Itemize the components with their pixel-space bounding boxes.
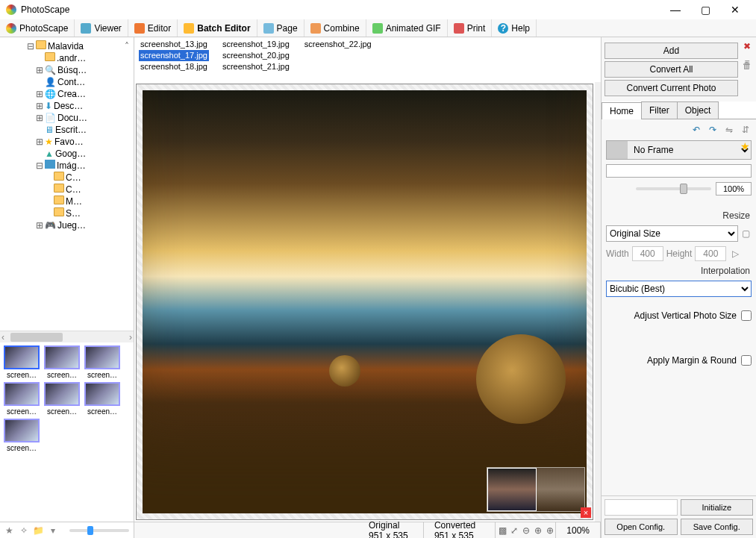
tab-filter[interactable]: Filter xyxy=(641,101,678,119)
thumbnail[interactable]: screen… xyxy=(43,345,81,379)
maximize-button[interactable]: ▢ xyxy=(690,1,720,18)
blank-button[interactable] xyxy=(605,499,678,516)
open-config-button[interactable]: Open Config. xyxy=(605,519,678,535)
tree-label: Cont… xyxy=(57,76,85,88)
tree-row[interactable]: ▲Goog… xyxy=(0,148,132,160)
tree-row[interactable]: ⊞★Favo… xyxy=(0,136,132,148)
tree-row[interactable]: ⊞⬇Desc… xyxy=(0,100,132,112)
tree-row[interactable]: ⊞🌐Crea… xyxy=(0,88,132,100)
navigator-thumb[interactable] xyxy=(487,467,585,512)
tree-scrollbar[interactable]: ‹› xyxy=(0,331,134,342)
thumbnail[interactable]: screen… xyxy=(84,382,121,416)
tree-twistie[interactable]: ⊞ xyxy=(36,219,43,231)
adjust-vertical-checkbox[interactable] xyxy=(741,310,752,321)
toolbar-batch[interactable]: Batch Editor xyxy=(178,19,257,37)
redo-icon[interactable]: ↷ xyxy=(707,124,719,136)
trash-icon[interactable]: 🗑 xyxy=(741,60,753,72)
star-icon[interactable]: ★ xyxy=(4,525,14,536)
tree-row[interactable]: 👤Cont… xyxy=(0,76,132,88)
flip-v-icon[interactable]: ⇵ xyxy=(740,124,752,136)
toolbar-viewer[interactable]: Viewer xyxy=(75,19,128,37)
thumbnail[interactable]: screen… xyxy=(84,345,121,379)
folder-tree[interactable]: ⊟Malavida˄.andr…⊞🔍Búsq…👤Cont…⊞🌐Crea…⊞⬇De… xyxy=(0,37,134,331)
frame-opacity-slider[interactable] xyxy=(636,187,711,190)
toolbar-page[interactable]: Page xyxy=(257,19,304,37)
canvas-area[interactable]: × xyxy=(136,84,593,520)
close-preview-icon[interactable]: × xyxy=(581,507,591,518)
width-input[interactable] xyxy=(632,246,663,261)
tree-row[interactable]: C… xyxy=(0,172,132,184)
save-config-button[interactable]: Save Config. xyxy=(681,519,754,535)
thumbnail[interactable]: screen… xyxy=(3,382,40,416)
folder-icon[interactable]: 📁 xyxy=(33,525,43,536)
tree-twistie[interactable]: ⊞ xyxy=(36,88,43,100)
tree-twistie[interactable]: ⊞ xyxy=(36,64,43,76)
zoom-in-icon[interactable]: ⊕ xyxy=(543,525,555,536)
resize-lock-icon[interactable]: ▢ xyxy=(741,228,752,240)
frame-dropdown[interactable]: No Frame xyxy=(628,141,751,159)
tree-icon xyxy=(36,40,46,52)
file-item[interactable]: screenshot_21.jpg xyxy=(221,61,291,72)
tree-row[interactable]: 🖥Escrit… xyxy=(0,124,132,136)
zoom-fit-icon[interactable]: ⤢ xyxy=(507,525,519,536)
tree-row[interactable]: S… xyxy=(0,207,132,219)
resize-mode-select[interactable]: Original Size xyxy=(606,225,738,242)
tree-row[interactable]: ⊟Imág… xyxy=(0,160,132,172)
file-item[interactable]: screenshot_19.jpg xyxy=(221,39,291,50)
tree-twistie[interactable]: ⊞ xyxy=(36,136,43,148)
file-list[interactable]: screenshot_13.jpgscreenshot_17.jpgscreen… xyxy=(134,37,601,82)
tree-row[interactable]: M… xyxy=(0,196,132,207)
file-item[interactable]: screenshot_22.jpg xyxy=(303,39,373,50)
minimize-button[interactable]: — xyxy=(660,1,690,18)
zoom-actual-icon[interactable]: ⊕ xyxy=(531,525,543,536)
toolbar-photoscape[interactable]: PhotoScape xyxy=(0,19,75,37)
toolbar-help[interactable]: ?Help xyxy=(492,19,537,37)
tree-row[interactable]: .andr… xyxy=(0,52,132,64)
wand-icon[interactable]: ✧ xyxy=(19,525,28,536)
file-item[interactable]: screenshot_17.jpg xyxy=(139,50,209,61)
tree-row[interactable]: C… xyxy=(0,184,132,196)
zoom-out-icon[interactable]: ⊖ xyxy=(519,525,531,536)
toolbar-print[interactable]: Print xyxy=(448,19,493,37)
tab-home[interactable]: Home xyxy=(602,102,642,119)
convert-current-button[interactable]: Convert Current Photo xyxy=(605,80,738,96)
thumbnail[interactable]: screen… xyxy=(3,419,40,452)
tree-twistie[interactable]: ⊟ xyxy=(27,40,34,52)
close-button[interactable]: ✕ xyxy=(720,1,750,18)
frame-select[interactable]: No Frame xyxy=(606,140,752,160)
toolbar-editor[interactable]: Editor xyxy=(128,19,178,37)
tree-row[interactable]: ⊞📄Docu… xyxy=(0,112,132,124)
right-tabs: HomeFilterObject xyxy=(602,101,756,119)
aspect-icon[interactable]: ▷ xyxy=(729,248,741,260)
height-input[interactable] xyxy=(695,246,726,261)
tree-twistie[interactable]: ⊞ xyxy=(36,112,43,124)
file-item[interactable]: screenshot_20.jpg xyxy=(221,50,291,61)
chevron-down-icon[interactable]: ▾ xyxy=(48,525,57,536)
undo-icon[interactable]: ↶ xyxy=(690,124,702,136)
canvas-vscroll[interactable] xyxy=(595,82,601,522)
thumbnail-grid[interactable]: screen…screen…screen…screen…screen…scree… xyxy=(0,342,134,522)
tree-row[interactable]: ⊞🔍Búsq… xyxy=(0,64,132,76)
crop-icon[interactable]: ▩ xyxy=(496,525,507,536)
tree-twistie[interactable]: ⊞ xyxy=(36,100,43,112)
toolbar-gif[interactable]: Animated GIF xyxy=(366,19,448,37)
thumbnail[interactable]: screen… xyxy=(43,382,81,416)
convert-all-button[interactable]: Convert All xyxy=(605,61,738,78)
apply-margin-checkbox[interactable] xyxy=(741,355,752,366)
interpolation-select[interactable]: Bicubic (Best) xyxy=(606,281,752,297)
favorite-frame-icon[interactable]: ★ xyxy=(740,140,750,152)
initialize-button[interactable]: Initialize xyxy=(681,499,754,516)
flip-h-icon[interactable]: ⇋ xyxy=(723,124,735,136)
remove-icon[interactable]: ✖ xyxy=(741,40,753,52)
thumb-size-slider[interactable] xyxy=(69,529,129,532)
tree-twistie[interactable]: ⊟ xyxy=(36,160,43,172)
file-item[interactable]: screenshot_18.jpg xyxy=(139,61,209,72)
thumbnail[interactable]: screen… xyxy=(3,345,40,379)
add-button[interactable]: Add xyxy=(605,43,738,59)
tree-caret[interactable]: ˄ xyxy=(125,40,132,52)
tree-row[interactable]: ⊟Malavida˄ xyxy=(0,40,132,52)
toolbar-combine[interactable]: Combine xyxy=(304,19,366,37)
tree-row[interactable]: ⊞🎮Jueg… xyxy=(0,219,132,231)
tab-object[interactable]: Object xyxy=(677,101,719,119)
file-item[interactable]: screenshot_13.jpg xyxy=(139,39,209,50)
